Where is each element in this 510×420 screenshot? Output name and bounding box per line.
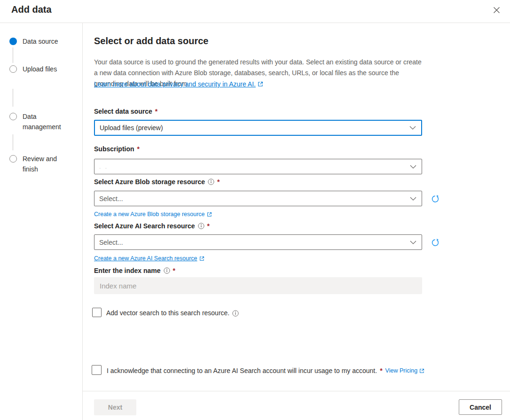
chevron-down-icon [409, 126, 416, 130]
step-connector [13, 89, 13, 107]
external-link-icon [419, 368, 424, 373]
chevron-down-icon [410, 165, 416, 169]
add-data-dialog: Add data Data source Upload files Data m… [0, 0, 510, 420]
close-icon [493, 7, 500, 14]
step-connector [13, 47, 13, 63]
refresh-icon [431, 194, 440, 203]
blob-resource-label: Select Azure Blob storage resource* [94, 178, 220, 186]
stepper-item-data-source[interactable]: Data source [23, 36, 70, 47]
search-refresh-button[interactable] [429, 236, 441, 249]
info-icon [232, 310, 239, 317]
required-asterisk: * [207, 222, 210, 230]
blob-resource-dropdown[interactable]: Select... [94, 191, 422, 206]
required-asterisk: * [217, 178, 220, 186]
acknowledge-label: I acknowledge that connecting to an Azur… [107, 366, 424, 376]
data-source-dropdown[interactable]: Upload files (preview) [94, 120, 422, 136]
cancel-button[interactable]: Cancel [459, 399, 502, 415]
blob-resource-placeholder: Select... [99, 195, 123, 202]
required-asterisk: * [155, 108, 157, 115]
external-link-icon [199, 256, 204, 261]
vector-search-label: Add vector search to this search resourc… [106, 308, 239, 318]
page-title: Select or add data source [94, 36, 208, 47]
index-name-input[interactable] [94, 277, 422, 294]
header-divider [0, 23, 510, 23]
sidebar-divider [82, 23, 83, 420]
data-source-value: Upload files (preview) [100, 124, 163, 132]
data-source-label: Select data source* [94, 108, 157, 115]
acknowledge-checkbox[interactable] [92, 365, 102, 375]
dialog-title: Add data [11, 4, 52, 15]
subscription-value: . . [99, 163, 108, 170]
subscription-label: Subscription* [94, 145, 140, 153]
info-icon [208, 179, 214, 185]
chevron-down-icon [410, 241, 416, 244]
create-search-resource-link[interactable]: Create a new Azure AI Search resource [94, 255, 204, 262]
next-button[interactable]: Next [94, 399, 136, 415]
index-name-label: Enter the index name* [94, 267, 175, 274]
stepper-item-upload-files[interactable]: Upload files [23, 64, 70, 74]
chevron-down-icon [410, 197, 416, 201]
blob-refresh-button[interactable] [429, 193, 441, 205]
refresh-icon [431, 238, 440, 247]
search-resource-placeholder: Select... [99, 239, 123, 246]
step-circle-data-management [9, 113, 17, 120]
step-circle-upload-files [9, 65, 17, 73]
search-resource-dropdown[interactable]: Select... [94, 234, 422, 250]
external-link-icon [207, 212, 212, 217]
stepper-item-review-finish[interactable]: Review and finish [23, 154, 70, 174]
footer-divider [83, 391, 510, 391]
required-asterisk: * [173, 267, 175, 274]
search-resource-label: Select Azure AI Search resource* [94, 222, 210, 230]
view-pricing-link[interactable]: View Pricing [385, 366, 425, 376]
step-circle-data-source [9, 38, 17, 45]
close-button[interactable] [489, 3, 503, 17]
vector-search-checkbox[interactable] [92, 308, 102, 317]
subscription-dropdown[interactable]: . . [94, 159, 422, 174]
step-circle-review-finish [9, 155, 17, 163]
create-blob-resource-link[interactable]: Create a new Azure Blob storage resource [94, 211, 212, 218]
step-connector [13, 134, 13, 150]
required-asterisk: * [137, 145, 140, 153]
info-icon [198, 223, 204, 229]
required-asterisk: * [380, 366, 382, 376]
external-link-icon [258, 81, 263, 87]
privacy-learn-more-link[interactable]: Learn more about data privacy and securi… [94, 80, 263, 88]
stepper-item-data-management[interactable]: Data management [23, 111, 70, 132]
info-icon [164, 267, 170, 274]
